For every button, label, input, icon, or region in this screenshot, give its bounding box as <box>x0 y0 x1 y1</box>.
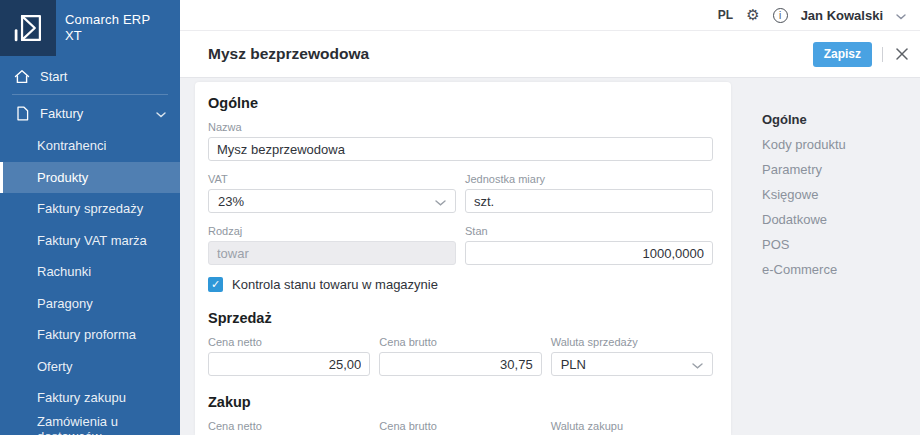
page-title: Mysz bezprzewodowa <box>208 45 813 63</box>
sidebar-item-label: Start <box>40 69 67 84</box>
language-switcher[interactable]: PL <box>718 8 733 22</box>
sidebar-subnav: Kontrahenci Produkty Faktury sprzedaży F… <box>0 130 180 435</box>
sidebar-item-faktury-zakupu[interactable]: Faktury zakupu <box>0 382 180 414</box>
sprzedaz-cena-brutto-label: Cena brutto <box>379 336 541 348</box>
stock-control-row: ✓ Kontrola stanu towaru w magazynie <box>208 277 713 292</box>
brand-line1: Comarch ERP <box>65 12 150 28</box>
check-icon: ✓ <box>211 278 220 290</box>
sprzedaz-cena-netto-input[interactable] <box>208 352 370 376</box>
product-form-card: Ogólne Nazwa VAT 23% Jednostka miary <box>195 82 731 435</box>
brand-line2: XT <box>65 28 150 44</box>
sidebar-item-start[interactable]: Start <box>0 61 180 91</box>
sidebar-item-kontrahenci[interactable]: Kontrahenci <box>0 130 180 162</box>
section-heading-ogolne: Ogólne <box>208 95 713 111</box>
app-window: Comarch ERP XT Start <box>0 0 920 435</box>
waluta-sprzedazy-label: Waluta sprzedaży <box>551 336 713 348</box>
vat-value: 23% <box>218 194 244 209</box>
invoice-icon <box>14 106 30 121</box>
tab-dodatkowe[interactable]: Dodatkowe <box>762 207 846 232</box>
sprzedaz-cena-netto-label: Cena netto <box>208 336 370 348</box>
info-icon[interactable]: i <box>773 8 788 23</box>
tab-e-commerce[interactable]: e-Commerce <box>762 257 846 282</box>
stock-control-label: Kontrola stanu towaru w magazynie <box>232 277 438 292</box>
sidebar-item-faktury-sprzedazy[interactable]: Faktury sprzedaży <box>0 193 180 225</box>
sidebar-item-paragony[interactable]: Paragony <box>0 288 180 320</box>
sidebar-item-zamowienia-u-dostawcow[interactable]: Zamówienia u dostawców <box>0 414 180 435</box>
form-section-nav: Ogólne Kody produktu Parametry Księgowe … <box>762 107 846 282</box>
comarch-logo-icon <box>0 0 56 56</box>
sprzedaz-cena-brutto-input[interactable] <box>379 352 541 376</box>
vat-label: VAT <box>208 173 456 185</box>
jednostka-miary-label: Jednostka miary <box>465 173 713 185</box>
stock-control-checkbox[interactable]: ✓ <box>208 277 223 292</box>
save-button[interactable]: Zapisz <box>813 42 872 67</box>
sidebar-nav: Start Faktury Kontrahenci Produkty Faktu… <box>0 61 180 435</box>
tab-ksiegowe[interactable]: Księgowe <box>762 182 846 207</box>
chevron-down-icon <box>692 357 703 372</box>
sidebar-item-faktury-proforma[interactable]: Faktury proforma <box>0 319 180 351</box>
brand[interactable]: Comarch ERP XT <box>0 0 180 56</box>
tab-kody-produktu[interactable]: Kody produktu <box>762 132 846 157</box>
zakup-cena-netto-label: Cena netto <box>208 420 370 432</box>
vat-select[interactable]: 23% <box>208 189 456 213</box>
sidebar-item-faktury[interactable]: Faktury <box>0 98 180 128</box>
header-divider <box>882 47 883 62</box>
tab-ogolne[interactable]: Ogólne <box>762 107 846 132</box>
sidebar-item-produkty[interactable]: Produkty <box>0 162 180 194</box>
chevron-down-icon[interactable] <box>896 6 906 24</box>
zakup-cena-brutto-label: Cena brutto <box>379 420 541 432</box>
sidebar: Comarch ERP XT Start <box>0 0 180 435</box>
tab-parametry[interactable]: Parametry <box>762 157 846 182</box>
close-icon[interactable] <box>893 45 911 63</box>
nazwa-input[interactable] <box>208 137 713 161</box>
user-menu[interactable]: Jan Kowalski <box>801 8 883 23</box>
waluta-zakupu-label: Waluta zakupu <box>551 420 713 432</box>
stan-input[interactable] <box>465 241 713 265</box>
topbar: PL ⚙ i Jan Kowalski <box>180 0 920 31</box>
sidebar-item-faktury-vat-marza[interactable]: Faktury VAT marża <box>0 225 180 257</box>
gear-icon[interactable]: ⚙ <box>746 8 759 23</box>
sidebar-item-rachunki[interactable]: Rachunki <box>0 256 180 288</box>
modal-header: Mysz bezprzewodowa Zapisz <box>180 31 920 78</box>
stan-label: Stan <box>465 225 713 237</box>
tab-pos[interactable]: POS <box>762 232 846 257</box>
sidebar-item-label: Faktury <box>40 106 83 121</box>
brand-text: Comarch ERP XT <box>65 12 150 44</box>
chevron-down-icon <box>435 194 446 209</box>
waluta-sprzedazy-value: PLN <box>561 357 586 372</box>
rodzaj-input-disabled <box>208 241 456 265</box>
home-icon <box>14 69 30 84</box>
sidebar-divider <box>12 94 168 95</box>
sidebar-item-oferty[interactable]: Oferty <box>0 351 180 383</box>
jednostka-miary-input[interactable] <box>465 189 713 213</box>
nazwa-label: Nazwa <box>208 121 713 133</box>
chevron-down-icon <box>156 106 166 121</box>
section-heading-sprzedaz: Sprzedaż <box>208 310 713 326</box>
rodzaj-label: Rodzaj <box>208 225 456 237</box>
section-heading-zakup: Zakup <box>208 394 713 410</box>
content-area: Ogólne Nazwa VAT 23% Jednostka miary <box>180 79 920 435</box>
waluta-sprzedazy-select[interactable]: PLN <box>551 352 713 376</box>
